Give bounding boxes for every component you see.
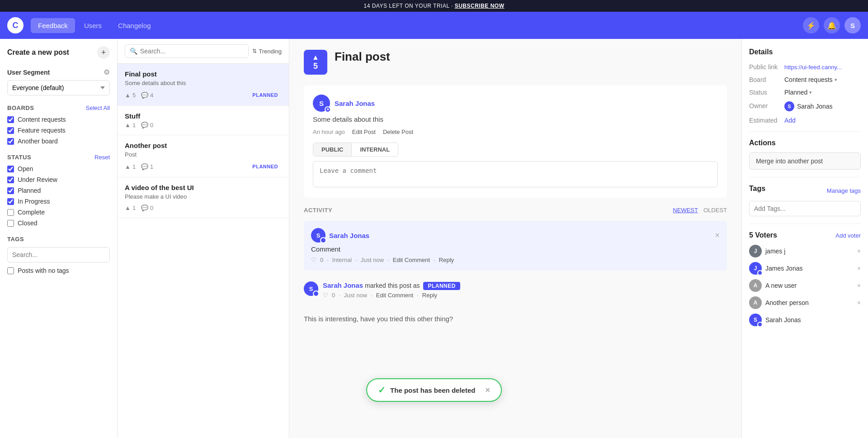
detail-board: Board Content requests ▾ bbox=[749, 76, 861, 83]
status-checkbox-open[interactable] bbox=[7, 166, 14, 172]
voter-item-3: A Another person × bbox=[749, 296, 861, 309]
status-item-planned[interactable]: Planned bbox=[7, 187, 110, 194]
status-checkbox-complete[interactable] bbox=[7, 209, 14, 216]
event-reply-link[interactable]: Reply bbox=[422, 292, 437, 299]
tags-no-tags-item[interactable]: Posts with no tags bbox=[7, 267, 110, 274]
reply-link[interactable]: Reply bbox=[439, 257, 454, 263]
status-item-open[interactable]: Open bbox=[7, 165, 110, 172]
create-post-button[interactable]: + bbox=[97, 46, 110, 59]
bell-button[interactable]: 🔔 bbox=[824, 17, 840, 33]
vote-box[interactable]: ▲ 5 bbox=[304, 50, 327, 75]
post-desc-video: Please make a UI video bbox=[125, 193, 282, 200]
comments-another: 💬 1 bbox=[141, 163, 153, 170]
comments-final: 💬 4 bbox=[141, 92, 153, 99]
voter-remove-1[interactable]: × bbox=[857, 265, 861, 272]
divider-1 bbox=[749, 131, 861, 132]
boards-section: Boards Select All Content requests Featu… bbox=[7, 105, 110, 145]
post-item-another[interactable]: Another post Post ▲ 1 💬 1 PLANNED bbox=[118, 135, 289, 177]
sort-oldest-button[interactable]: OLDEST bbox=[703, 207, 727, 214]
voter-avatar-2: A bbox=[749, 279, 762, 292]
status-item-under-review[interactable]: Under Review bbox=[7, 176, 110, 183]
voter-remove-3[interactable]: × bbox=[857, 299, 861, 306]
status-badge-another: PLANNED bbox=[249, 162, 282, 171]
manage-tags-link[interactable]: Manage tags bbox=[827, 187, 861, 194]
post-item-stuff[interactable]: Stuff ▲ 1 💬 0 bbox=[118, 106, 289, 135]
status-checkbox-planned[interactable] bbox=[7, 187, 14, 194]
public-link-value[interactable]: https://ui-feed.canny... bbox=[784, 64, 842, 71]
status-checkbox-closed[interactable] bbox=[7, 220, 14, 227]
voter-avatar-0: J bbox=[749, 245, 762, 257]
comments-video: 💬 0 bbox=[141, 205, 153, 211]
post-footer-video: ▲ 1 💬 0 bbox=[125, 205, 282, 211]
post-meta-actions: An hour ago Edit Post Delete Post bbox=[313, 129, 718, 135]
board-item-another[interactable]: Another board bbox=[7, 138, 110, 145]
heart-icon[interactable]: ♡ bbox=[311, 257, 316, 263]
nav-tab-changelog[interactable]: Changelog bbox=[111, 18, 158, 33]
activity-close-button[interactable]: × bbox=[715, 231, 720, 240]
status-checkbox-in-progress[interactable] bbox=[7, 198, 14, 205]
voter-name-0: james j bbox=[765, 248, 785, 255]
status-label: Status bbox=[749, 89, 781, 96]
tags-search-input[interactable] bbox=[7, 247, 110, 262]
post-time: An hour ago bbox=[313, 129, 345, 135]
tags-no-tags-checkbox[interactable] bbox=[7, 267, 14, 274]
add-voter-button[interactable]: Add voter bbox=[835, 232, 861, 239]
logo[interactable]: C bbox=[7, 17, 24, 33]
user-segment-select[interactable]: Everyone (default) bbox=[7, 80, 110, 95]
status-value[interactable]: Planned ▾ bbox=[784, 89, 812, 96]
board-value[interactable]: Content requests ▾ bbox=[784, 76, 837, 83]
user-avatar[interactable]: S bbox=[844, 17, 861, 33]
status-item-closed[interactable]: Closed bbox=[7, 219, 110, 227]
gear-icon[interactable]: ⚙ bbox=[104, 68, 110, 76]
event-heart-icon[interactable]: ♡ bbox=[323, 292, 328, 299]
post-detail-title: Final post bbox=[335, 50, 390, 64]
board-checkbox-another[interactable] bbox=[7, 138, 14, 145]
status-reset-button[interactable]: Reset bbox=[94, 154, 110, 161]
comments-stuff: 💬 0 bbox=[141, 122, 153, 129]
trending-button[interactable]: ⇅ Trending bbox=[252, 48, 282, 55]
edit-comment-link[interactable]: Edit Comment bbox=[393, 257, 430, 263]
author-name[interactable]: Sarah Jonas bbox=[335, 100, 375, 107]
voter-name-2: A new user bbox=[765, 282, 797, 289]
voter-remove-0[interactable]: × bbox=[857, 248, 861, 255]
toast-close-button[interactable]: × bbox=[485, 386, 490, 395]
voter-admin-badge-1 bbox=[757, 270, 763, 276]
owner-avatar: S bbox=[784, 101, 794, 111]
comment-icon: 💬 bbox=[141, 92, 148, 99]
merge-button[interactable]: Merge into another post bbox=[749, 152, 861, 170]
detail-status: Status Planned ▾ bbox=[749, 89, 861, 96]
status-label-complete: Complete bbox=[18, 209, 45, 216]
sort-newest-button[interactable]: NEWEST bbox=[673, 207, 698, 214]
board-checkbox-feature[interactable] bbox=[7, 127, 14, 134]
delete-post-link[interactable]: Delete Post bbox=[383, 129, 413, 135]
board-item-content[interactable]: Content requests bbox=[7, 116, 110, 123]
status-item-in-progress[interactable]: In Progress bbox=[7, 198, 110, 205]
nav-tab-feedback[interactable]: Feedback bbox=[31, 18, 75, 33]
up-arrow-icon: ▲ bbox=[125, 205, 131, 211]
post-list: Final post Some details about this ▲ 5 💬… bbox=[118, 64, 289, 438]
subscribe-link[interactable]: SUBSCRIBE NOW bbox=[455, 3, 505, 9]
event-author-avatar: S bbox=[304, 281, 318, 296]
vote-arrow-icon: ▲ bbox=[312, 53, 319, 62]
select-all-button[interactable]: Select All bbox=[86, 105, 110, 111]
board-checkbox-content[interactable] bbox=[7, 116, 14, 123]
event-author-name[interactable]: Sarah Jonas bbox=[323, 281, 363, 289]
comment-tab-internal[interactable]: INTERNAL bbox=[351, 143, 398, 156]
estimated-add-button[interactable]: Add bbox=[784, 117, 796, 124]
status-item-complete[interactable]: Complete bbox=[7, 209, 110, 216]
comment-tab-public[interactable]: PUBLIC bbox=[313, 143, 351, 156]
tags-input[interactable] bbox=[749, 201, 861, 216]
activity-author-name[interactable]: Sarah Jonas bbox=[329, 232, 369, 239]
votes-another: ▲ 1 bbox=[125, 163, 136, 170]
voter-remove-2[interactable]: × bbox=[857, 282, 861, 289]
lightning-button[interactable]: ⚡ bbox=[803, 17, 819, 33]
search-input[interactable] bbox=[140, 48, 244, 55]
comment-input[interactable] bbox=[313, 161, 718, 187]
event-edit-link[interactable]: Edit Comment bbox=[376, 292, 413, 299]
edit-post-link[interactable]: Edit Post bbox=[352, 129, 376, 135]
status-checkbox-under-review[interactable] bbox=[7, 176, 14, 183]
nav-tab-users[interactable]: Users bbox=[77, 18, 109, 33]
post-item-final[interactable]: Final post Some details about this ▲ 5 💬… bbox=[118, 64, 289, 106]
board-item-feature[interactable]: Feature requests bbox=[7, 127, 110, 134]
post-item-video[interactable]: A video of the best UI Please make a UI … bbox=[118, 177, 289, 218]
